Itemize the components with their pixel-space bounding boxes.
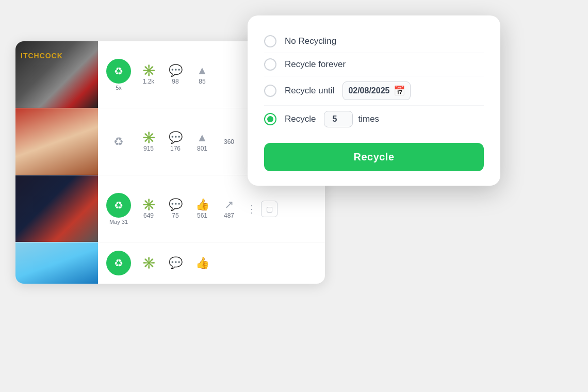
date-value: 02/08/2025 (348, 86, 389, 95)
recycle-icon-active: ♻ (106, 193, 131, 218)
recycle-icon-active: ♻ (106, 251, 131, 275)
option-label-recycle-until: Recycle until (285, 86, 334, 96)
recycle-badge[interactable]: ♻ 5x (104, 59, 133, 91)
stat-value: 1.2k (143, 78, 155, 85)
option-label-no-recycling: No Recycling (285, 36, 336, 46)
stat-clicks: ✳️ 1.2k (137, 64, 160, 85)
stat-value: 801 (197, 145, 207, 152)
clicks-icon: ✳️ (142, 131, 156, 144)
stat-value: 915 (143, 145, 154, 152)
recycle-badge[interactable]: ♻ (104, 129, 133, 154)
thumbnail (15, 242, 98, 284)
times-input-wrapper[interactable]: times (324, 111, 379, 127)
list-row: ♻ ✳️ 💬 👍 (15, 242, 325, 284)
stat-value: 561 (197, 212, 207, 219)
radio-recycle-forever[interactable] (264, 58, 276, 71)
option-label-recycle-times: Recycle (285, 114, 316, 124)
stat-value: 176 (170, 145, 181, 152)
stat-value: 360 (224, 138, 234, 145)
stat-likes: 👍 561 (191, 198, 214, 219)
thumbnail (15, 175, 98, 242)
comments-icon: 💬 (169, 131, 183, 144)
clicks-icon: ✳️ (142, 256, 156, 270)
stat-value: 487 (224, 212, 234, 219)
calendar-icon: 📅 (394, 85, 405, 96)
recycle-icon-inactive: ♻ (106, 129, 131, 154)
recycle-icon-active: ♻ (106, 59, 131, 84)
stat-comments: 💬 98 (164, 64, 187, 85)
shares-icon: ▲ (197, 131, 208, 144)
recycle-badge[interactable]: ♻ (104, 251, 133, 275)
extra-icon: ▲ (197, 64, 208, 77)
comments-icon: 💬 (169, 64, 183, 77)
recycle-label: May 31 (109, 219, 128, 225)
likes-icon: 👍 (195, 256, 209, 270)
radio-no-recycling[interactable] (264, 35, 276, 47)
stat-shares: ▲ 801 (191, 131, 214, 152)
comments-icon: 💬 (169, 256, 183, 270)
option-label-recycle-forever: Recycle forever (285, 59, 346, 70)
row-content: ♻ May 31 ✳️ 649 💬 75 👍 561 ↗ 487 ⋮ ▢ (98, 193, 325, 225)
radio-inner (267, 116, 273, 122)
action-button[interactable]: ▢ (261, 201, 277, 217)
radio-recycle-times[interactable] (264, 113, 276, 125)
option-recycle-forever[interactable]: Recycle forever (264, 53, 484, 76)
stat-value: 98 (172, 78, 178, 85)
stat-clicks: ✳️ 649 (137, 198, 160, 219)
stat-clicks: ✳️ 915 (137, 131, 160, 152)
clicks-icon: ✳️ (142, 198, 156, 211)
stat-value: 85 (199, 78, 205, 85)
stat-value: 75 (172, 212, 178, 219)
shares-icon: ↗ (224, 198, 234, 211)
radio-recycle-until[interactable] (264, 85, 276, 97)
comments-icon: 💬 (169, 198, 183, 211)
stat-comments: 💬 75 (164, 198, 187, 219)
times-input[interactable] (324, 111, 353, 127)
stat-clicks: ✳️ (137, 256, 160, 270)
likes-icon: 👍 (195, 198, 209, 211)
recycle-badge[interactable]: ♻ May 31 (104, 193, 133, 225)
times-label: times (358, 114, 379, 124)
date-input-wrapper[interactable]: 02/08/2025 📅 (342, 81, 411, 100)
thumbnail (15, 41, 98, 108)
thumbnail (15, 108, 98, 175)
recycle-popup: No Recycling Recycle forever Recycle unt… (248, 15, 500, 186)
stat-extra: ▲ 85 (191, 64, 214, 85)
option-no-recycling[interactable]: No Recycling (264, 30, 484, 53)
stat-shares: ↗ 487 (218, 198, 240, 219)
recycle-label: 5x (116, 85, 122, 91)
stat-extra2: 360 (218, 138, 240, 145)
stat-likes: 👍 (191, 256, 214, 270)
option-recycle-until[interactable]: Recycle until 02/08/2025 📅 (264, 76, 484, 106)
option-recycle-times[interactable]: Recycle times (264, 106, 484, 133)
row-content: ♻ ✳️ 💬 👍 (98, 251, 325, 275)
stat-comments: 💬 (164, 256, 187, 270)
row-actions: ⋮ ▢ (244, 201, 282, 217)
stat-comments: 💬 176 (164, 131, 187, 152)
more-button[interactable]: ⋮ (244, 201, 259, 217)
recycle-button[interactable]: Recycle (264, 143, 484, 171)
clicks-icon: ✳️ (142, 64, 156, 77)
stat-value: 649 (143, 212, 154, 219)
